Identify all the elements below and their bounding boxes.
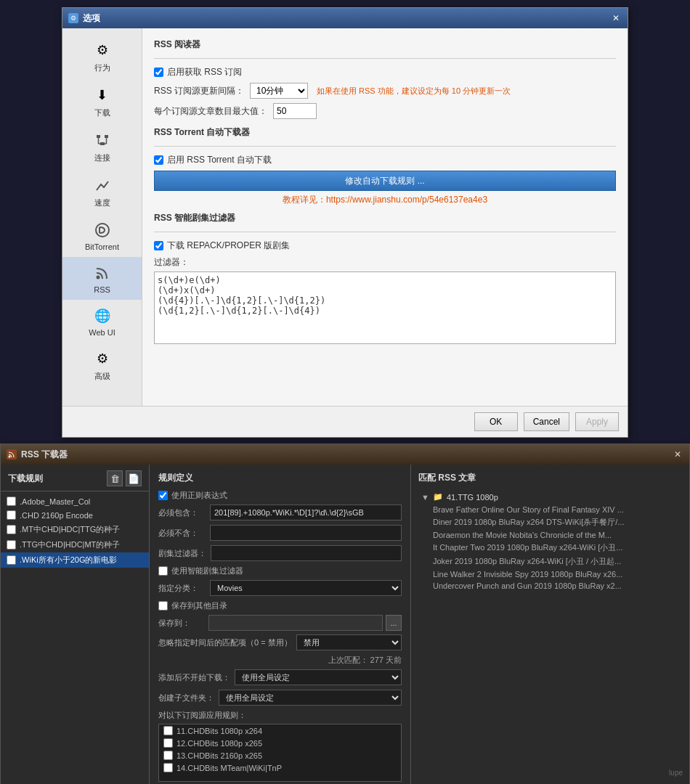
ignore-days-row: 忽略指定时间后的匹配项（0 = 禁用） 禁用 [158,634,402,650]
source-item-0[interactable]: 11.CHDBits 1080p x264 [159,724,401,737]
apply-button[interactable]: Apply [575,412,619,431]
sidebar-item-webui[interactable]: 🌐 Web UI [62,300,142,343]
match-article-1[interactable]: Diner 2019 1080p BluRay x264 DTS-WiKi[杀手… [418,515,682,529]
rules-toolbar: 🗑 📄 [107,470,142,486]
svg-point-9 [96,276,100,279]
use-smart-filter-checkbox[interactable] [158,566,168,576]
enable-auto-download-checkbox[interactable] [154,155,163,165]
episode-filter-row: 剧集过滤器： [158,545,402,561]
refresh-interval-label: RSS 订阅源更新间隔： [154,85,244,97]
match-article-6[interactable]: Undercover Punch and Gun 2019 1080p BluR… [418,580,682,592]
add-paused-select[interactable]: 使用全局设定 [235,669,402,685]
rule-checkbox-2[interactable] [7,525,16,534]
max-articles-spinbox[interactable] [273,103,317,119]
filter-textarea[interactable]: s(\d+)e(\d+) (\d+)x(\d+) (\d{4})[.\-]\d{… [154,271,616,344]
rule-item[interactable]: .CHD 2160p Encode [1,508,149,522]
download-repack-checkbox[interactable] [154,241,163,250]
rule-label-4: .WiKi所有小于20G的新电影 [20,555,117,565]
match-group-label: 41.TTG 1080p [447,493,498,502]
ignore-days-select[interactable]: 禁用 [296,634,402,650]
use-regex-row: 使用正则表达式 [158,490,402,501]
category-select[interactable]: Movies [210,580,402,596]
rules-panel-title: 下载规则 [8,473,43,485]
rule-checkbox-0[interactable] [7,497,16,506]
source-item-1[interactable]: 12.CHDBits 1080p x265 [159,737,401,749]
matches-title: 匹配 RSS 文章 [418,472,682,484]
sidebar-item-speed[interactable]: 速度 [62,169,142,214]
refresh-hint: 如果在使用 RSS 功能，建议设定为每 10 分钟更新一次 [317,86,511,97]
last-match-info: 上次匹配： 277 天前 [158,655,402,666]
rule-item[interactable]: .Adobe_Master_Col [1,494,149,508]
tutorial-link[interactable]: 教程详见：https://www.jianshu.com/p/54e6137ea… [154,194,616,206]
sidebar-label-rss: RSS [94,285,110,294]
match-article-4[interactable]: Joker 2019 1080p BluRay x264-WiKi [小丑 / … [418,555,682,568]
options-close-button[interactable]: ✕ [610,12,622,24]
must-contain-input[interactable] [210,505,402,520]
category-label: 指定分类： [158,583,206,594]
refresh-interval-select[interactable]: 10分钟 [250,83,308,99]
svg-rect-2 [100,142,105,145]
rule-label-2: .MT中CHD|HDC|TTG的种子 [20,524,120,535]
enable-auto-download-row: 启用 RSS Torrent 自动下载 [154,154,616,166]
cancel-button[interactable]: Cancel [524,412,569,431]
rss-close-button[interactable]: ✕ [672,449,683,460]
rss-app-icon [7,449,17,460]
match-article-5[interactable]: Line Walker 2 Invisible Spy 2019 1080p B… [418,568,682,580]
speed-icon [92,175,113,195]
add-paused-row: 添加后不开始下载： 使用全局设定 [158,669,402,685]
edit-rules-button[interactable]: 修改自动下载规则 ... [154,171,616,191]
source-label-3: 14.CHDBits MTeam|WiKi|TnP [176,764,282,772]
sidebar-item-download[interactable]: ⬇ 下载 [62,79,142,124]
save-to-other-checkbox[interactable] [158,601,168,611]
sources-label: 对以下订阅源应用规则： [158,710,402,721]
rule-item[interactable]: .TTG中CHD|HDC|MT的种子 [1,537,149,552]
bittorrent-icon [92,220,113,240]
expand-icon: ▼ [421,493,429,502]
rule-checkbox-1[interactable] [7,510,16,520]
match-article-3[interactable]: It Chapter Two 2019 1080p BluRay x264-Wi… [418,541,682,555]
enable-rss-checkbox[interactable] [154,68,163,77]
source-checkbox-3[interactable] [163,763,173,772]
rule-item-active[interactable]: .WiKi所有小于20G的新电影 [1,552,149,568]
source-checkbox-2[interactable] [163,751,173,760]
enable-rss-label: 启用获取 RSS 订阅 [167,66,242,78]
save-path-input[interactable] [208,615,383,631]
match-article-0[interactable]: Brave Father Online Our Story of Final F… [418,504,682,515]
sidebar-label-webui: Web UI [89,328,115,337]
download-repack-label: 下载 REPACK/PROPER 版剧集 [167,240,290,252]
max-articles-row: 每个订阅源文章数目最大值： [154,103,616,119]
save-path-row: 保存到： ... [158,615,402,631]
match-group-header[interactable]: ▼ 📁 41.TTG 1080p [418,490,682,504]
rule-checkbox-3[interactable] [7,540,16,550]
episode-filter-input[interactable] [211,545,402,561]
sidebar-item-rss[interactable]: RSS [62,257,142,300]
source-checkbox-1[interactable] [163,738,173,748]
filter-label-row: 过滤器： [154,256,616,269]
ok-button[interactable]: OK [474,412,518,431]
match-article-2[interactable]: Doraemon the Movie Nobita's Chronicle of… [418,529,682,541]
source-checkbox-0[interactable] [163,726,173,735]
sidebar-label-connect: 连接 [94,152,110,163]
watermark: lupe [669,769,683,777]
sidebar-item-bittorrent[interactable]: BitTorrent [62,214,142,257]
sidebar-item-connect[interactable]: 连接 [62,124,142,169]
rule-checkbox-4[interactable] [7,555,16,565]
use-regex-label: 使用正则表达式 [171,490,227,501]
sidebar-item-behavior[interactable]: ⚙ 行为 [62,34,142,79]
must-not-contain-input[interactable] [210,525,402,541]
rss-window-title: RSS 下载器 [21,449,68,461]
create-subfolder-select[interactable]: 使用全局设定 [219,690,402,706]
save-to-other-row: 保存到其他目录 [158,600,402,611]
options-window: ⚙ 选项 ✕ ⚙ 行为 ⬇ 下载 连接 [62,7,628,438]
sidebar-item-advanced[interactable]: ⚙ 高级 [62,343,142,388]
rule-item[interactable]: .MT中CHD|HDC|TTG的种子 [1,522,149,537]
copy-rule-button[interactable]: 📄 [126,470,142,486]
download-icon: ⬇ [92,85,113,105]
use-regex-checkbox[interactable] [158,491,168,500]
source-item-3[interactable]: 14.CHDBits MTeam|WiKi|TnP [159,761,401,774]
must-not-contain-row: 必须不含： [158,525,402,541]
rules-panel-header: 下载规则 🗑 📄 [1,465,149,491]
delete-rule-button[interactable]: 🗑 [107,470,123,486]
source-item-2[interactable]: 13.CHDBits 2160p x265 [159,749,401,761]
browse-button[interactable]: ... [386,615,402,631]
